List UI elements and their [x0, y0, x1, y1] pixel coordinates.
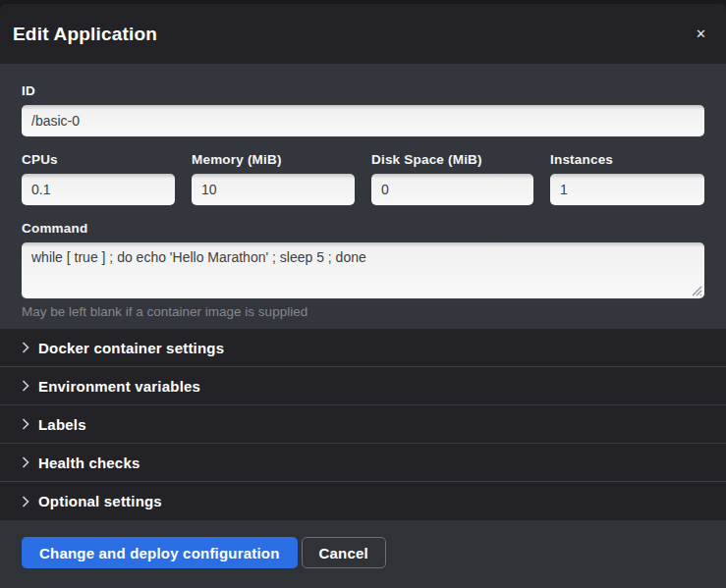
- instances-label: Instances: [550, 152, 704, 167]
- section-label: Optional settings: [38, 493, 162, 509]
- command-help-text: May be left blank if a container image i…: [22, 304, 704, 319]
- section-health-checks[interactable]: Health checks: [0, 444, 726, 482]
- memory-input[interactable]: [192, 174, 355, 205]
- id-field-group: ID: [22, 83, 704, 136]
- chevron-right-icon: [22, 418, 29, 430]
- section-docker-container-settings[interactable]: Docker container settings: [0, 329, 726, 367]
- section-label: Docker container settings: [38, 340, 224, 356]
- disk-label: Disk Space (MiB): [371, 152, 533, 167]
- instances-input[interactable]: [550, 174, 704, 205]
- memory-field-group: Memory (MiB): [192, 152, 355, 205]
- command-label: Command: [22, 221, 704, 236]
- command-textarea[interactable]: while [ true ] ; do echo 'Hello Marathon…: [22, 242, 704, 298]
- section-optional-settings[interactable]: Optional settings: [0, 482, 726, 520]
- cpus-input[interactable]: [22, 174, 175, 205]
- modal-header: Edit Application ✕: [0, 4, 726, 64]
- id-input[interactable]: [22, 105, 704, 136]
- close-icon[interactable]: ✕: [692, 24, 710, 44]
- section-label: Health checks: [38, 454, 140, 471]
- command-field-group: Command while [ true ] ; do echo 'Hello …: [22, 221, 704, 319]
- application-form: ID CPUs Memory (MiB) Disk Space (MiB) In…: [0, 64, 726, 329]
- section-label: Environment variables: [38, 378, 200, 395]
- resource-fields-row: CPUs Memory (MiB) Disk Space (MiB) Insta…: [22, 152, 704, 205]
- instances-field-group: Instances: [550, 152, 704, 205]
- section-environment-variables[interactable]: Environment variables: [0, 367, 726, 405]
- cpus-field-group: CPUs: [22, 152, 175, 205]
- memory-label: Memory (MiB): [192, 152, 355, 167]
- modal-title: Edit Application: [13, 24, 157, 45]
- section-label: Labels: [38, 416, 86, 433]
- cancel-button[interactable]: Cancel: [302, 537, 386, 568]
- change-and-deploy-button[interactable]: Change and deploy configuration: [22, 537, 298, 568]
- modal-footer: Change and deploy configuration Cancel: [0, 520, 726, 588]
- edit-application-modal: Edit Application ✕ ID CPUs Memory (MiB) …: [0, 4, 726, 588]
- chevron-right-icon: [22, 342, 29, 353]
- accordion-sections: Docker container settings Environment va…: [0, 329, 726, 520]
- cpus-label: CPUs: [22, 152, 175, 167]
- id-label: ID: [22, 83, 704, 98]
- chevron-right-icon: [22, 456, 29, 468]
- disk-input[interactable]: [371, 174, 533, 205]
- chevron-right-icon: [22, 380, 29, 392]
- section-labels[interactable]: Labels: [0, 405, 726, 444]
- disk-field-group: Disk Space (MiB): [371, 152, 533, 205]
- chevron-right-icon: [22, 496, 29, 508]
